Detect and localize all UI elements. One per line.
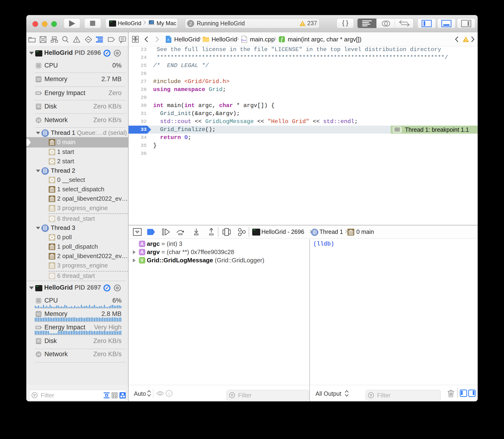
svg-text:C++: C++ [241,39,246,42]
svg-text:i: i [168,391,169,396]
svg-text:A: A [167,38,169,42]
